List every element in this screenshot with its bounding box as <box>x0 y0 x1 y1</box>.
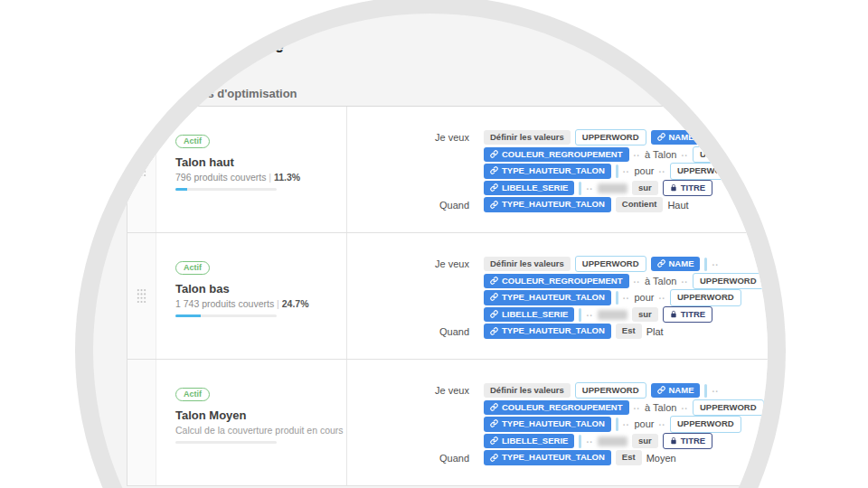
drop-placeholder-dots: .. <box>658 291 665 301</box>
link-icon <box>657 386 665 394</box>
rule-definition-line: COULEUR_REGROUPEMENT..à Talon..UPPERWORD <box>347 399 768 417</box>
chip-label: COULEUR_REGROUPEMENT <box>502 149 623 159</box>
lock-icon <box>670 310 677 318</box>
insert-cursor <box>579 308 581 322</box>
field-chip-type-hauteur-talon[interactable]: TYPE_HAUTEUR_TALON <box>484 290 611 305</box>
operator-chip-d-finir-les-valeurs[interactable]: Définir les valeurs <box>484 383 571 398</box>
value-chip-upperword[interactable]: UPPERWORD <box>670 416 741 432</box>
link-icon <box>490 201 498 209</box>
field-chip-type-hauteur-talon[interactable]: TYPE_HAUTEUR_TALON <box>484 324 611 338</box>
condition-value[interactable]: Plat <box>646 326 664 337</box>
line-label: Je veux <box>347 258 484 269</box>
operator-chip-d-finir-les-valeurs[interactable]: Définir les valeurs <box>484 257 571 271</box>
connector-text-talon: à Talon <box>645 276 676 286</box>
link-icon <box>657 259 665 267</box>
connector-text-talon: à Talon <box>645 402 676 413</box>
token-group: LIBELLE_SERIE..surTITRE <box>484 180 712 196</box>
coverage-progress-bar <box>175 188 277 191</box>
operator-chip-sur[interactable]: sur <box>632 307 658 322</box>
rule-row-talon-haut: ActifTalon haut796 produits couverts | 1… <box>127 107 768 233</box>
chip-label: COULEUR_REGROUPEMENT <box>502 402 623 412</box>
drop-placeholder-dots: .. <box>623 291 630 301</box>
value-chip-upperword[interactable]: UPPERWORD <box>575 256 646 272</box>
target-chip-titre[interactable]: TITRE <box>663 306 712 323</box>
coverage-count: 796 produits couverts <box>175 172 266 183</box>
field-chip-libelle-serie[interactable]: LIBELLE_SERIE <box>484 307 574 322</box>
value-chip-upperword[interactable]: UPPERWORD <box>693 399 764 416</box>
connector-text-pour: pour <box>634 292 654 303</box>
field-chip-type-hauteur-talon[interactable]: TYPE_HAUTEUR_TALON <box>484 417 611 431</box>
redacted-value <box>598 310 627 320</box>
field-chip-couleur-regroupement[interactable]: COULEUR_REGROUPEMENT <box>484 147 629 162</box>
rule-row-talon-bas: ActifTalon bas1 743 produits couverts | … <box>127 233 768 360</box>
coverage-progress-bar <box>175 314 277 317</box>
line-label: Je veux <box>347 385 484 396</box>
connector-text-pour: pour <box>634 418 654 429</box>
chip-label: UPPERWORD <box>677 418 734 428</box>
field-chip-type-hauteur-talon[interactable]: TYPE_HAUTEUR_TALON <box>484 197 611 211</box>
link-icon <box>490 327 498 335</box>
operator-chip-contient[interactable]: Contient <box>616 197 664 211</box>
chip-label: TYPE_HAUTEUR_TALON <box>502 199 605 209</box>
token-group: TYPE_HAUTEUR_TALON..pour..UPPERWORD <box>484 289 741 305</box>
rule-computing-note: Calcul de la couverture produit en cours <box>175 425 346 436</box>
condition-value[interactable]: Moyen <box>646 453 676 464</box>
link-icon <box>490 183 498 192</box>
operator-chip-sur[interactable]: sur <box>632 181 658 195</box>
operator-chip-sur[interactable]: sur <box>632 434 658 448</box>
operator-chip-est[interactable]: Est <box>616 324 642 338</box>
field-chip-name[interactable]: NAME <box>651 257 701 271</box>
link-icon <box>657 133 665 141</box>
chip-label: sur <box>638 183 652 192</box>
chip-label: TYPE_HAUTEUR_TALON <box>502 452 605 462</box>
drop-placeholder-dots: .. <box>681 148 688 158</box>
drop-placeholder-dots: .. <box>681 401 688 411</box>
operator-chip-d-finir-les-valeurs[interactable]: Définir les valeurs <box>484 130 571 145</box>
field-chip-type-hauteur-talon[interactable]: TYPE_HAUTEUR_TALON <box>484 164 611 178</box>
link-icon <box>490 436 498 445</box>
target-chip-titre[interactable]: TITRE <box>663 433 712 449</box>
token-group: COULEUR_REGROUPEMENT..à Talon..UPPERWORD <box>484 273 764 289</box>
chip-label: UPPERWORD <box>700 276 757 286</box>
chip-label: LIBELLE_SERIE <box>502 183 568 192</box>
value-chip-upperword[interactable]: UPPERWORD <box>575 382 646 399</box>
chip-label: LIBELLE_SERIE <box>502 309 568 319</box>
chip-label: Contient <box>622 199 657 209</box>
operator-chip-est[interactable]: Est <box>616 450 642 465</box>
field-chip-name[interactable]: NAME <box>651 383 701 398</box>
line-label: Quand <box>347 200 484 211</box>
chip-label: TITRE <box>681 309 705 319</box>
chip-label: NAME <box>669 385 694 395</box>
value-chip-upperword[interactable]: UPPERWORD <box>693 273 764 289</box>
rule-drag-rail <box>127 233 156 359</box>
link-icon <box>490 419 498 427</box>
chip-label: Est <box>622 452 636 462</box>
chip-label: Définir les valeurs <box>490 258 564 268</box>
field-chip-couleur-regroupement[interactable]: COULEUR_REGROUPEMENT <box>484 400 629 415</box>
drag-handle-icon[interactable] <box>137 288 146 304</box>
line-label: Quand <box>347 326 484 337</box>
field-chip-couleur-regroupement[interactable]: COULEUR_REGROUPEMENT <box>484 274 629 288</box>
insert-cursor <box>704 384 707 398</box>
target-chip-titre[interactable]: TITRE <box>663 180 712 196</box>
value-chip-upperword[interactable]: UPPERWORD <box>670 289 741 305</box>
rule-definition-line: Je veuxDéfinir les valeursUPPERWORDNAME.… <box>347 256 768 273</box>
coverage-percent: 11.3% <box>274 172 300 183</box>
chip-label: COULEUR_REGROUPEMENT <box>502 276 623 286</box>
coverage-progress-bar <box>175 441 277 444</box>
status-badge: Actif <box>175 135 210 148</box>
slide-canvas: Vue avancée Règles d'optimisation ActifT… <box>0 0 868 488</box>
value-chip-upperword[interactable]: UPPERWORD <box>575 129 646 145</box>
chip-label: UPPERWORD <box>700 402 757 412</box>
field-chip-type-hauteur-talon[interactable]: TYPE_HAUTEUR_TALON <box>484 450 611 465</box>
line-label: Je veux <box>347 132 484 143</box>
field-chip-libelle-serie[interactable]: LIBELLE_SERIE <box>484 181 574 195</box>
condition-value[interactable]: Haut <box>667 200 688 211</box>
drop-placeholder-dots: .. <box>634 401 641 411</box>
chip-label: sur <box>638 436 652 446</box>
chip-label: NAME <box>669 258 694 268</box>
rule-definition-line: TYPE_HAUTEUR_TALON..pour..UPPERWORD <box>347 416 768 433</box>
rule-definition-line: COULEUR_REGROUPEMENT..à Talon..UPPERWORD <box>347 273 768 290</box>
separator: | <box>274 298 282 309</box>
field-chip-libelle-serie[interactable]: LIBELLE_SERIE <box>484 434 574 448</box>
